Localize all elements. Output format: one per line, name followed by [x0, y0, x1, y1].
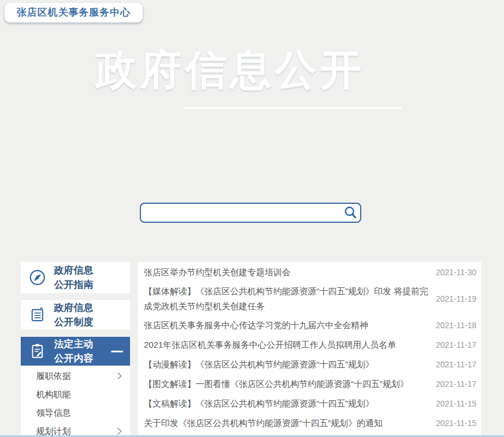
collapse-minus-icon[interactable] — [111, 351, 123, 352]
news-item-date: 2021-11-15 — [436, 419, 476, 428]
search-bar — [140, 203, 361, 223]
news-item-title: 【图文解读】一图看懂《张店区公共机构节约能源资源“十四五”规划》 — [144, 375, 429, 393]
news-item-title: 【文稿解读】《张店区公共机构节约能源资源“十四五”规划》 — [144, 394, 429, 413]
news-list-item[interactable]: 关于印发《张店区公共机构节约能源资源“十四五”规划》的通知 2021-11-15 — [138, 413, 481, 433]
submenu-item-label: 履职依据 — [36, 371, 71, 382]
news-item-title: 2021年张店区机关事务服务中心公开招聘工作人员拟聘用人员名单 — [144, 336, 429, 354]
news-item-date: 2021-11-19 — [436, 294, 476, 303]
header-banner: 张店区机关事务服务中心 政府信息公开 — [0, 0, 504, 164]
news-list-item[interactable]: 张店区机关事务服务中心传达学习党的十九届六中全会精神 2021-11-18 — [138, 316, 481, 335]
news-list: 张店区举办节约型机关创建专题培训会 2021-11-30 【媒体解读】《张店区公… — [138, 262, 481, 437]
sidebar-item-label: 政府信息 公开指南 — [54, 263, 93, 292]
news-list-item[interactable]: 【文稿解读】《张店区公共机构节约能源资源“十四五”规划》 2021-11-15 — [138, 394, 481, 413]
sidebar-item-open-guide[interactable]: 政府信息 公开指南 — [21, 262, 130, 293]
compass-icon — [21, 269, 54, 286]
news-item-date: 2021-11-15 — [436, 399, 476, 408]
news-list-item[interactable]: 【媒体解读】《张店区公共机构节约能源资源“十四五”规划》印发 将提前完成党政机关… — [138, 282, 481, 316]
chevron-right-icon — [117, 427, 122, 435]
news-item-date: 2021-11-17 — [436, 360, 476, 369]
document-list-icon — [21, 306, 54, 324]
sidebar-submenu: 履职依据 机构职能 领导信息 规划计划 — [21, 366, 130, 437]
submenu-item-label: 领导信息 — [36, 408, 71, 419]
news-list-item[interactable]: 【图文解读】一图看懂《张店区公共机构节约能源资源“十四五”规划》 2021-11… — [138, 374, 481, 394]
clipboard-pencil-icon — [21, 343, 54, 360]
news-item-date: 2021-11-18 — [436, 321, 476, 330]
page: 张店区机关事务服务中心 政府信息公开 — [0, 0, 504, 437]
news-list-item[interactable]: 2021年张店区机关事务服务中心公开招聘工作人员拟聘用人员名单 2021-11-… — [138, 335, 481, 355]
sidebar-item-label: 政府信息 公开制度 — [54, 301, 93, 329]
news-list-item[interactable]: 【动漫解读】《张店区公共机构节约能源资源“十四五”规划》 2021-11-17 — [138, 355, 481, 374]
sidebar-nav: 政府信息 公开指南 政府信息 公开制度 — [21, 262, 130, 437]
sidebar-submenu-item[interactable]: 机构职能 — [21, 385, 130, 404]
news-item-title: 【动漫解读】《张店区公共机构节约能源资源“十四五”规划》 — [144, 355, 429, 374]
submenu-item-label: 机构职能 — [36, 389, 71, 400]
site-name-badge[interactable]: 张店区机关事务服务中心 — [5, 3, 143, 22]
sidebar-item-open-system[interactable]: 政府信息 公开制度 — [21, 300, 130, 329]
sidebar-submenu-item[interactable]: 履职依据 — [21, 367, 130, 385]
news-item-date: 2021-11-17 — [436, 379, 476, 389]
search-button[interactable] — [341, 204, 360, 222]
search-input[interactable] — [141, 204, 341, 222]
news-item-title: 【媒体解读】《张店区公共机构节约能源资源“十四五”规划》印发 将提前完成党政机关… — [144, 282, 429, 316]
sidebar-item-statutory-disclosure-active[interactable]: 法定主动 公开内容 — [21, 337, 130, 366]
news-item-date: 2021-11-17 — [436, 340, 476, 349]
sidebar-item-label: 法定主动 公开内容 — [54, 337, 93, 366]
title-underline — [184, 107, 402, 109]
news-item-title: 张店区机关事务服务中心传达学习党的十九届六中全会精神 — [144, 316, 429, 335]
page-title: 政府信息公开 — [96, 47, 365, 93]
news-item-date: 2021-11-30 — [436, 268, 476, 277]
main-content: 政府信息 公开指南 政府信息 公开制度 — [0, 164, 504, 437]
news-item-title: 关于印发《张店区公共机构节约能源资源“十四五”规划》的通知 — [144, 414, 429, 432]
news-item-title: 张店区举办节约型机关创建专题培训会 — [144, 263, 429, 282]
sidebar-submenu-item[interactable]: 领导信息 — [21, 404, 130, 422]
chevron-right-icon — [117, 372, 122, 380]
news-list-item[interactable]: 张店区举办节约型机关创建专题培训会 2021-11-30 — [138, 263, 481, 282]
search-icon — [343, 206, 358, 220]
